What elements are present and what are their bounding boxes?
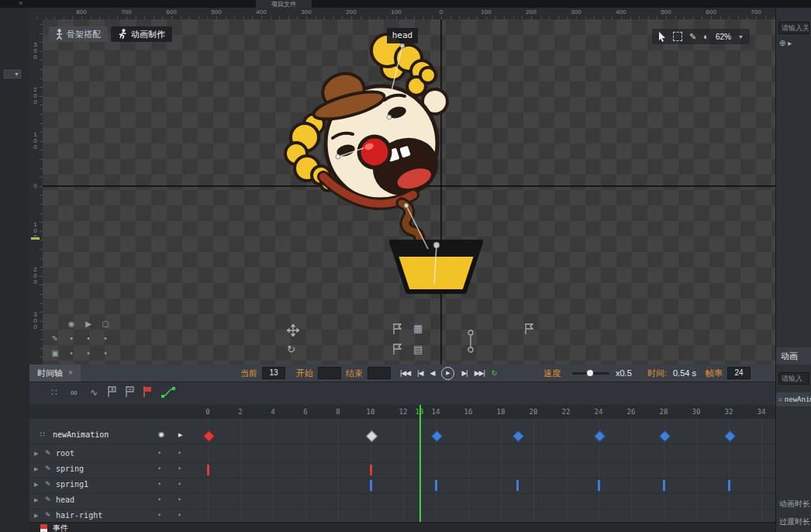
keyframe-bar[interactable] bbox=[663, 480, 665, 491]
flag-icon[interactable] bbox=[393, 323, 402, 334]
tab-rig-mode[interactable]: 骨架搭配 bbox=[49, 26, 108, 42]
track-toggle-dot[interactable]: • bbox=[178, 465, 181, 472]
track-toggle-dot[interactable]: • bbox=[158, 511, 160, 519]
keyframe-bar[interactable] bbox=[728, 480, 730, 491]
timeline-tab-close-icon[interactable]: × bbox=[68, 364, 73, 382]
current-frame-input[interactable]: 13 bbox=[262, 367, 285, 379]
loop-button[interactable]: ↻ bbox=[492, 369, 497, 377]
caret-icon[interactable]: ▸ bbox=[788, 39, 792, 47]
character-clown[interactable] bbox=[43, 19, 775, 364]
marquee-select-icon[interactable] bbox=[673, 32, 682, 41]
rotate-tool-icon[interactable]: ↻ bbox=[287, 344, 295, 354]
animation-canvas[interactable]: 骨架搭配 动画制作 head ✎ ◐ 62% ▼ ◉▶▢✎•••▣••• bbox=[43, 19, 775, 364]
track-select-icon[interactable]: ▶ bbox=[178, 432, 182, 438]
flag-icon[interactable] bbox=[525, 323, 533, 334]
image-icon[interactable]: ▦ bbox=[413, 323, 423, 333]
toggle-icon[interactable]: • bbox=[65, 348, 78, 359]
track-row-spring[interactable]: ▶✎spring•• bbox=[29, 462, 775, 478]
tab-animations[interactable]: 动画 bbox=[776, 347, 811, 364]
toggle-icon[interactable]: • bbox=[99, 348, 112, 359]
keyframe-bar[interactable] bbox=[435, 480, 437, 491]
track-toggle-dot[interactable]: • bbox=[178, 449, 181, 457]
expander-icon[interactable]: ▶ bbox=[34, 497, 38, 503]
keyframe-diamond[interactable] bbox=[431, 430, 443, 443]
track-toggle-dot[interactable]: • bbox=[158, 465, 160, 472]
keyframe-diamond[interactable] bbox=[594, 430, 606, 443]
zoom-dropdown-icon[interactable]: ▼ bbox=[738, 34, 744, 40]
expander-icon[interactable]: ▶ bbox=[34, 513, 38, 519]
track-row-root[interactable]: ▶✎root•• bbox=[29, 447, 775, 463]
tab-animate-mode[interactable]: 动画制作 bbox=[111, 26, 172, 42]
close-icon[interactable]: × bbox=[19, 0, 22, 7]
keyframe-bar[interactable] bbox=[370, 465, 372, 475]
search-input[interactable]: 请输入关 bbox=[778, 22, 809, 34]
curve-icon[interactable]: ∿ bbox=[90, 386, 98, 399]
frame-ruler[interactable]: 024681012141618202224262830323413 bbox=[29, 405, 775, 420]
toggle-icon[interactable]: • bbox=[82, 348, 95, 359]
track-toggle-dot[interactable]: • bbox=[158, 496, 160, 503]
track-row-newAnimation[interactable]: ∷newAnimation◉▶ bbox=[29, 428, 775, 444]
dopesheet-icon[interactable]: ∷ bbox=[51, 386, 57, 399]
toggle-icon[interactable]: • bbox=[99, 333, 112, 344]
sphere-icon[interactable]: ◐ bbox=[703, 33, 709, 41]
selected-bone-label[interactable]: head bbox=[387, 28, 418, 43]
play-button[interactable]: ▶ bbox=[441, 367, 454, 380]
track-toggle-dot[interactable]: • bbox=[158, 480, 160, 488]
add-icon[interactable]: ⊕ bbox=[779, 39, 785, 47]
speed-slider-knob[interactable] bbox=[587, 370, 593, 376]
playhead[interactable] bbox=[419, 405, 421, 522]
flag-icon[interactable] bbox=[393, 344, 402, 354]
ik-chain-icon[interactable] bbox=[468, 330, 474, 353]
fps-input[interactable]: 24 bbox=[727, 367, 751, 379]
animation-search-input[interactable]: 请输入 bbox=[778, 372, 809, 385]
track-row-spring1[interactable]: ▶✎spring1•• bbox=[29, 478, 775, 494]
toggle-icon[interactable]: ✎ bbox=[49, 333, 61, 344]
expander-icon[interactable]: ▶ bbox=[34, 482, 38, 488]
keyframe-diamond[interactable] bbox=[203, 430, 216, 443]
zoom-level[interactable]: 62% bbox=[716, 33, 731, 41]
track-toggle-dot[interactable]: • bbox=[178, 496, 181, 503]
events-row[interactable]: 事件 bbox=[29, 522, 775, 532]
keyframe-diamond[interactable] bbox=[724, 430, 737, 443]
tab-timeline[interactable]: 时间轴 × bbox=[29, 364, 81, 382]
prev-frame-button[interactable]: ◀ bbox=[430, 369, 434, 377]
add-key-flag-icon[interactable] bbox=[108, 386, 116, 397]
image-back-icon[interactable]: ▤ bbox=[413, 344, 423, 354]
link-icon[interactable]: ∞ bbox=[71, 386, 78, 399]
keyframe-diamond[interactable] bbox=[659, 430, 671, 443]
track-area[interactable]: ∷newAnimation◉▶▶✎root••▶✎spring••▶✎sprin… bbox=[29, 419, 775, 522]
jump-start-button[interactable]: |◀◀ bbox=[400, 369, 410, 377]
animation-list-item[interactable]: ∷newAnimation bbox=[776, 392, 811, 406]
expander-icon[interactable]: ▶ bbox=[34, 466, 38, 472]
toggle-icon[interactable]: ▶ bbox=[82, 319, 95, 330]
keyframe-diamond[interactable] bbox=[512, 430, 525, 443]
left-dropdown[interactable]: ▼ bbox=[2, 68, 22, 80]
interpolation-curve-icon[interactable] bbox=[161, 386, 175, 399]
track-row-head[interactable]: ▶✎head•• bbox=[29, 493, 775, 510]
prev-key-button[interactable]: |◀ bbox=[417, 369, 423, 377]
toggle-icon[interactable]: ▢ bbox=[99, 319, 112, 330]
keyframe-bar[interactable] bbox=[207, 465, 209, 475]
toggle-icon[interactable]: • bbox=[65, 333, 78, 344]
toggle-icon[interactable]: • bbox=[82, 333, 95, 344]
keyframe-bar[interactable] bbox=[516, 480, 519, 491]
cursor-icon[interactable] bbox=[658, 32, 666, 42]
next-frame-button[interactable]: ▶| bbox=[461, 369, 467, 377]
track-toggle-dot[interactable]: • bbox=[178, 480, 181, 488]
keyframe-diamond[interactable] bbox=[366, 430, 378, 443]
next-key-button[interactable]: ▶▶| bbox=[475, 369, 485, 377]
toggle-icon[interactable]: ◉ bbox=[65, 319, 78, 330]
track-row-hair-right[interactable]: ▶✎hair-right•• bbox=[29, 509, 775, 522]
toggle-icon[interactable]: ▣ bbox=[49, 348, 61, 359]
track-toggle-dot[interactable]: • bbox=[178, 511, 181, 519]
project-tab[interactable]: 项目文件 bbox=[256, 0, 312, 8]
pen-icon[interactable]: ✎ bbox=[689, 33, 696, 41]
keyframe-bar[interactable] bbox=[370, 480, 372, 491]
track-visibility-icon[interactable]: ◉ bbox=[158, 430, 164, 438]
track-toggle-dot[interactable]: • bbox=[158, 449, 160, 457]
expander-icon[interactable]: ▶ bbox=[34, 451, 38, 457]
start-frame-input[interactable] bbox=[318, 367, 341, 379]
remove-key-flag-icon[interactable] bbox=[126, 386, 134, 397]
end-frame-input[interactable] bbox=[368, 367, 391, 379]
record-flag-icon[interactable] bbox=[143, 386, 152, 397]
